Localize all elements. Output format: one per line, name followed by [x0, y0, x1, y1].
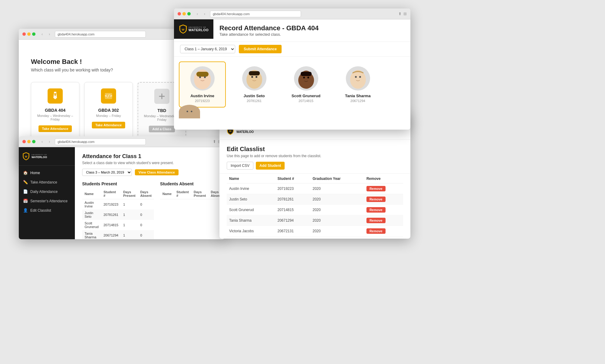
id-tania: 20671294	[339, 99, 376, 103]
class-date-select[interactable]: Class 1 – January 6, 2019	[180, 45, 235, 53]
student-card-austin[interactable]: Austin Irvine 20719223	[179, 61, 226, 108]
name-scott: Scott Grunerud	[287, 94, 325, 98]
sidebar-item-home[interactable]: 🏠 Home	[19, 168, 75, 177]
present-section: Students Present Name Student # Days Pre…	[82, 181, 154, 239]
take-attendance-btn-1[interactable]: Take Attendance	[38, 125, 72, 132]
cl-student-name: Victoria Jacobs	[227, 226, 275, 237]
close-dot-a[interactable]	[22, 140, 26, 143]
cl-col-id: Student #	[275, 174, 310, 184]
id-justin: 20781261	[236, 99, 273, 103]
bookmark-icon-r[interactable]: ⊞	[403, 12, 407, 16]
remove-btn-3[interactable]: Remove	[366, 218, 386, 223]
forward-btn[interactable]: ›	[46, 31, 52, 37]
svg-rect-10	[196, 72, 209, 77]
browser-nav-att: ‹ ›	[39, 139, 52, 145]
absent-col-days-present: Days Present	[191, 189, 208, 199]
add-student-btn[interactable]: Add Student	[256, 162, 285, 170]
cl-student-id: 20719223	[275, 184, 310, 194]
svg-rect-20	[301, 72, 312, 76]
minimize-dot-r[interactable]	[182, 12, 186, 15]
cl-col-grad: Graduation Year	[310, 174, 364, 184]
url-bar-att[interactable]: gbda404.herokuapp.com	[55, 138, 146, 145]
days-present: 1	[121, 210, 138, 220]
cl-student-id: 20671294	[275, 215, 310, 226]
days-present: 1	[121, 230, 138, 239]
url-bar-record[interactable]: gbda404.herokuapp.com	[210, 11, 301, 17]
cl-col-name: Name	[227, 174, 275, 184]
maximize-dot-r[interactable]	[187, 12, 191, 15]
sidebar-home-label: Home	[30, 171, 40, 175]
remove-btn-4[interactable]: Remove	[366, 228, 386, 234]
cl-student-name: Austin Irvine	[227, 184, 275, 194]
logo-inner: W UNIVERSITY OF WATERLOO	[179, 24, 209, 34]
absent-title: Students Absent	[160, 181, 225, 186]
logo-text-record: UNIVERSITY OF WATERLOO	[189, 26, 209, 32]
minimize-dot[interactable]	[27, 32, 31, 36]
browser-nav-welcome: ‹ ›	[39, 31, 52, 37]
attendance-layout: W UNIVERSITY OF WATERLOO 🏠 Home ✏️ Take …	[19, 147, 225, 239]
maximize-dot-a[interactable]	[32, 140, 35, 143]
sidebar-item-semester-attendance[interactable]: 📅 Semester's Attendance	[19, 196, 75, 206]
present-table: Name Student # Days Present Days Absent …	[82, 189, 154, 239]
view-class-btn[interactable]: View Class Attendance	[135, 169, 179, 175]
close-dot[interactable]	[22, 32, 26, 36]
sidebar-take-label: Take Attendance	[30, 180, 57, 184]
import-csv-btn[interactable]: Import CSV	[227, 162, 253, 170]
svg-rect-15	[249, 71, 260, 75]
cl-remove-cell: Remove	[364, 226, 403, 237]
share-icon-r[interactable]: ⬆	[398, 12, 402, 16]
maximize-dot[interactable]	[32, 32, 35, 36]
absent-col-id: Student #	[174, 189, 191, 199]
id-austin: 20719223	[184, 99, 221, 103]
share-icon-a[interactable]: ⬆	[213, 139, 216, 144]
submit-attendance-btn[interactable]: Submit Attendance	[239, 45, 282, 53]
remove-btn-2[interactable]: Remove	[366, 207, 386, 213]
student-card-tania[interactable]: Tania Sharma 20671294	[334, 61, 381, 108]
remove-btn-0[interactable]: Remove	[366, 186, 386, 191]
cl-remove-cell: Remove	[364, 184, 403, 194]
attendance-page-title: Attendance for Class 1	[82, 153, 218, 160]
record-page-title: Record Attendance - GBDA 404	[219, 24, 404, 32]
sidebar-item-edit-classlist[interactable]: 👤 Edit Classlist	[19, 206, 75, 215]
sidebar-logo-bottom: WATERLOO	[32, 156, 47, 159]
student-id: 20714815	[101, 220, 121, 230]
card1-name: GBDA 404	[45, 108, 65, 113]
back-btn-r[interactable]: ‹	[194, 11, 200, 17]
student-card-justin[interactable]: Justin Seto 20781261	[231, 61, 278, 108]
attendance-controls: Class 3 – March 20, 2019 View Class Atte…	[82, 169, 218, 176]
student-name: Tania Sharma	[82, 230, 101, 239]
sidebar-logo: W UNIVERSITY OF WATERLOO	[19, 147, 75, 166]
sidebar-item-daily-attendance[interactable]: 📄 Daily Attendance	[19, 187, 75, 196]
forward-btn-a[interactable]: ›	[46, 139, 52, 145]
take-attendance-btn-2[interactable]: Take Attendance	[92, 122, 125, 128]
minimize-dot-a[interactable]	[27, 140, 31, 143]
days-absent: 0	[138, 210, 154, 220]
sidebar-logo-text: UNIVERSITY OF WATERLOO	[32, 154, 47, 159]
sidebar-item-take-attendance[interactable]: ✏️ Take Attendance	[19, 177, 75, 187]
table-row: Justin Seto 20781261 1 0	[82, 210, 154, 220]
remove-btn-1[interactable]: Remove	[366, 197, 386, 202]
cl-student-name: Scott Grunerud	[227, 205, 275, 215]
forward-btn-r[interactable]: ›	[202, 11, 208, 17]
classlist-header: Edit Classlist Use this page to add or r…	[219, 140, 410, 174]
back-btn[interactable]: ‹	[39, 31, 45, 37]
cl-student-id: 20781261	[275, 194, 310, 205]
browser-dots-welcome	[22, 32, 35, 36]
partial-student-record	[179, 105, 200, 118]
avatar-scott	[294, 66, 318, 91]
url-bar-welcome[interactable]: gbda404.herokuapp.com	[55, 31, 146, 38]
svg-point-29	[187, 111, 188, 112]
student-id: 20671294	[101, 230, 121, 239]
present-title: Students Present	[82, 181, 154, 186]
add-class-btn[interactable]: Add a Class	[149, 126, 175, 132]
shield-icon: W	[179, 24, 187, 34]
student-card-scott[interactable]: Scott Grunerud 20714815	[282, 61, 329, 108]
class-date-select-att[interactable]: Class 3 – March 20, 2019	[82, 169, 132, 176]
back-btn-a[interactable]: ‹	[39, 139, 45, 145]
classlist-buttons: Import CSV Add Student	[227, 162, 403, 170]
close-dot-r[interactable]	[178, 12, 181, 15]
name-justin: Justin Seto	[236, 94, 273, 98]
avatar-tania	[346, 66, 370, 91]
home-icon: 🏠	[23, 170, 28, 175]
table-row: Scott Grunerud 20714815 2020 Remove	[227, 205, 403, 215]
